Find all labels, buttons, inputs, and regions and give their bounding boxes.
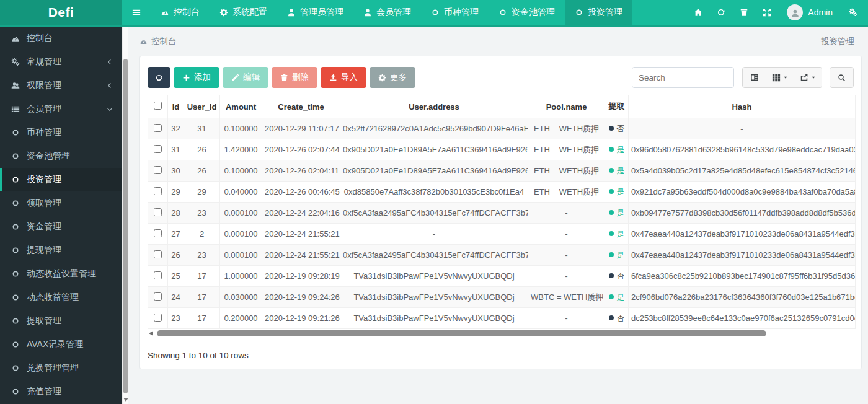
nav-tool-home[interactable] <box>686 0 709 25</box>
nav-item-invest-manage[interactable]: 投资管理 <box>565 0 632 25</box>
nav-tool-clear-cache[interactable] <box>732 0 755 25</box>
sidebar-item-member-manage[interactable]: 会员管理 <box>0 97 122 121</box>
column-header-user-id[interactable]: User_id <box>184 95 220 118</box>
columns-button[interactable] <box>766 67 794 88</box>
table-row: 2720.0001002020-12-24 21:55:21--是0x47eae… <box>148 224 856 245</box>
sidebar-item-general-manage[interactable]: 常规管理 <box>0 50 122 74</box>
sidebar-item-exchange-manage[interactable]: 兑换管理管理 <box>0 356 122 380</box>
cogs-icon <box>849 8 857 17</box>
nav-item-dashboard[interactable]: 控制台 <box>151 0 210 25</box>
nav-item-member-manage[interactable]: 会员管理 <box>353 0 421 25</box>
sidebar-toggle-button[interactable] <box>122 0 151 25</box>
sidebar-item-claim-manage[interactable]: 领取管理 <box>0 191 122 215</box>
breadcrumb-left[interactable]: 控制台 <box>151 36 177 47</box>
nav-item-pool-manage[interactable]: 资金池管理 <box>489 0 565 25</box>
row-checkbox[interactable] <box>154 229 162 237</box>
row-checkbox[interactable] <box>154 271 162 279</box>
row-checkbox-cell <box>148 308 168 329</box>
cell-withdraw: 是 <box>605 160 629 182</box>
brand-logo[interactable]: Defi <box>0 0 122 25</box>
user-menu[interactable]: Admin <box>778 0 841 25</box>
refresh-button[interactable] <box>148 67 170 88</box>
nav-item-label: 控制台 <box>174 7 200 18</box>
row-checkbox[interactable] <box>154 187 162 195</box>
button-label: 更多 <box>390 72 407 83</box>
cell-hash: dc253bc8ff28539ee8c64e133c0ae970f6ac2513… <box>629 308 856 329</box>
columns-icon <box>772 73 781 82</box>
refresh-icon <box>155 74 163 82</box>
search-input[interactable] <box>632 67 734 88</box>
user-icon <box>287 8 296 17</box>
column-header-create-time[interactable]: Create_time <box>262 95 340 118</box>
column-header-hash[interactable]: Hash <box>629 95 856 118</box>
row-checkbox[interactable] <box>154 208 162 216</box>
cell-hash: 0x96d0580762881d63285b96148c533d79e98edd… <box>629 139 856 160</box>
cell-create_time: 2020-12-29 11:07:17 <box>262 118 340 139</box>
nav-tool-fullscreen[interactable] <box>755 0 778 25</box>
delete-button[interactable]: 删除 <box>272 67 317 88</box>
nav-item-system-config[interactable]: 系统配置 <box>210 0 277 25</box>
select-all-checkbox[interactable] <box>154 102 162 110</box>
cell-user_id: 2 <box>184 224 220 245</box>
sidebar-item-fund-manage[interactable]: 资金管理 <box>0 215 122 239</box>
cell-id: 26 <box>168 245 184 266</box>
withdraw-status-dot <box>609 126 614 131</box>
scroll-left-arrow-icon[interactable] <box>149 331 153 336</box>
import-button[interactable]: 导入 <box>321 67 366 88</box>
cell-id: 32 <box>168 118 184 139</box>
circle-o-icon <box>11 293 20 302</box>
toggle-view-button[interactable] <box>742 67 766 88</box>
sidebar-item-pool-manage[interactable]: 资金池管理 <box>0 144 122 168</box>
sidebar-item-recharge-manage[interactable]: 充值管理 <box>0 380 122 403</box>
sidebar-item-invest-manage[interactable]: 投资管理 <box>0 168 122 191</box>
cell-create_time: 2020-12-26 00:46:45 <box>262 182 340 203</box>
sidebar-scrollbar-thumb[interactable] <box>123 59 128 393</box>
circle-o-icon <box>498 8 507 17</box>
column-header-user-address[interactable]: User.address <box>340 95 528 118</box>
search-button[interactable] <box>830 67 854 88</box>
users-icon <box>11 81 20 90</box>
table-horizontal-scrollbar[interactable] <box>148 330 855 338</box>
column-header-amount[interactable]: Amount <box>220 95 262 118</box>
sidebar-item-dynamic-income-setting-manage[interactable]: 动态收益设置管理 <box>0 262 122 286</box>
scroll-down-arrow-icon[interactable] <box>123 398 128 402</box>
more-button[interactable]: 更多 <box>370 67 415 88</box>
row-checkbox[interactable] <box>154 314 162 322</box>
add-button[interactable]: 添加 <box>174 67 219 88</box>
row-checkbox[interactable] <box>154 166 162 174</box>
cell-create_time: 2020-12-26 02:04:11 <box>262 160 340 182</box>
sidebar-item-coin-manage[interactable]: 币种管理 <box>0 121 122 144</box>
cell-withdraw: 是 <box>605 245 629 266</box>
sidebar-item-extract-manage[interactable]: 提取管理 <box>0 309 122 333</box>
sidebar-item-dynamic-income-manage[interactable]: 动态收益管理 <box>0 286 122 309</box>
row-checkbox[interactable] <box>154 124 162 132</box>
table-row: 28230.0001002020-12-24 22:04:160xf5cA3fa… <box>148 203 856 224</box>
column-header-pool-name[interactable]: Pool.name <box>528 95 605 118</box>
sidebar-item-auth-manage[interactable]: 权限管理 <box>0 74 122 97</box>
cell-id: 29 <box>168 182 184 203</box>
nav-item-label: 管理员管理 <box>300 7 343 18</box>
sidebar-item-dashboard[interactable]: 控制台 <box>0 27 122 50</box>
sidebar-item-withdraw-manage[interactable]: 提现管理 <box>0 239 122 262</box>
menu-icon <box>132 8 141 17</box>
sidebar-item-label: 领取管理 <box>27 198 61 209</box>
sidebar-item-avax-record-manage[interactable]: AVAX记录管理 <box>0 333 122 356</box>
nav-item-coin-manage[interactable]: 币种管理 <box>421 0 489 25</box>
row-checkbox[interactable] <box>154 145 162 153</box>
cell-address: 0xf5cA3faa2495aFC4b304315eFc74ffDCFACFF3… <box>340 245 528 266</box>
column-header-id[interactable]: Id <box>168 95 184 118</box>
row-checkbox[interactable] <box>154 292 162 301</box>
withdraw-status-label: 否 <box>617 314 625 323</box>
horizontal-scrollbar-thumb[interactable] <box>157 330 766 336</box>
cell-create_time: 2020-12-19 09:24:26 <box>262 287 340 308</box>
nav-tool-settings[interactable] <box>841 0 864 25</box>
column-header--[interactable]: 提取 <box>605 95 629 118</box>
cell-withdraw: 是 <box>605 203 629 224</box>
nav-item-admin-manage[interactable]: 管理员管理 <box>277 0 353 25</box>
export-button[interactable] <box>794 67 822 88</box>
sidebar-scrollbar[interactable] <box>122 27 128 404</box>
edit-button[interactable]: 编辑 <box>223 67 268 88</box>
nav-tool-refresh[interactable] <box>709 0 732 25</box>
withdraw-status-label: 是 <box>617 229 625 239</box>
row-checkbox[interactable] <box>154 250 162 258</box>
